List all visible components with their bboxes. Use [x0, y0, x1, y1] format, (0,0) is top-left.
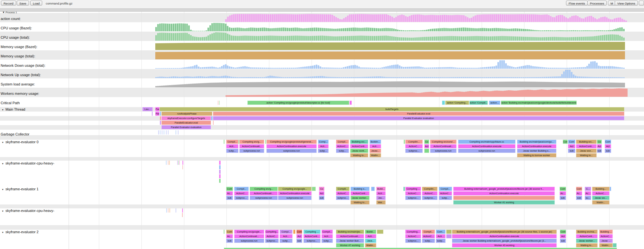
trace-slice[interactable]: Building src/main/jav... — [336, 230, 364, 234]
trace-slice[interactable]: Javac worker... — [351, 196, 370, 200]
trace-slice[interactable]: Compilin... — [405, 140, 423, 144]
trace-slice[interactable]: subprocess.run — [430, 149, 457, 153]
trace-slice[interactable]: Javac work... — [350, 149, 368, 153]
trace-slice[interactable]: Co — [424, 140, 429, 144]
trace-slice[interactable]: ActionContinuation.execute — [453, 191, 555, 195]
trace-slice[interactable] — [371, 187, 375, 191]
trace-slice[interactable]: ActionContinuati... — [430, 144, 457, 148]
trace-slice[interactable] — [377, 230, 383, 234]
trace-slice[interactable] — [160, 116, 161, 120]
trace-slice[interactable]: Waiting to... — [350, 153, 368, 157]
trace-slice[interactable]: Compiling src/google/protobuf/generat... — [266, 140, 317, 144]
trace-slice[interactable]: Javac worker... — [576, 239, 598, 243]
trace-slice[interactable]: Javac... — [370, 149, 381, 153]
trace-slice[interactable]: Compiling src/google... — [278, 187, 312, 191]
processes-button[interactable]: Processes — [587, 1, 607, 5]
trace-slice[interactable]: Ac... — [560, 191, 566, 195]
trace-slice[interactable] — [160, 121, 161, 125]
trace-slice[interactable]: subprocess.run — [278, 196, 312, 200]
trace-slice[interactable] — [182, 165, 183, 169]
trace-slice[interactable]: Build... — [376, 187, 386, 191]
trace-slice[interactable]: subproc... — [422, 196, 437, 200]
trace-slice[interactable] — [168, 130, 168, 134]
trace-slice[interactable] — [160, 112, 161, 116]
trace-slice[interactable]: Waitin... — [365, 243, 376, 247]
trace-slice[interactable]: Compiling src/g... — [239, 140, 264, 144]
trace-slice[interactable]: ActionContinuati... — [234, 234, 264, 238]
trace-slice[interactable]: subp... — [280, 239, 293, 243]
trace-slice[interactable]: ActionC... — [234, 191, 249, 195]
trace-slice[interactable]: action 'Compiling src/google/protobuf/de… — [247, 101, 349, 105]
trace-slice[interactable]: sub — [597, 149, 602, 153]
trace-slice[interactable]: Compiling src/google... — [234, 230, 264, 234]
trace-slice[interactable] — [219, 165, 221, 169]
trace-slice[interactable] — [312, 187, 316, 191]
trace-slice[interactable]: subp... — [318, 149, 329, 153]
trace-slice[interactable]: subp... — [439, 196, 452, 200]
trace-slice[interactable]: Javac worker Building s... — [517, 149, 556, 153]
trace-slice[interactable]: Compil... — [439, 187, 452, 191]
trace-slice[interactable]: ActionC... — [592, 191, 610, 195]
counter-chart-workers-memory-usage[interactable] — [0, 88, 644, 97]
trace-slice[interactable]: sub — [568, 149, 575, 153]
trace-slice[interactable]: ActionContinuation.execute — [458, 144, 515, 148]
trace-slice[interactable]: Com — [576, 187, 582, 191]
trace-slice[interactable] — [446, 230, 452, 234]
trace-slice[interactable]: Waitin... — [592, 200, 610, 204]
track-label-skyframe-evaluator-cpu-heavy-b[interactable]: ▼skyframe-evaluator-cpu-heavy- — [0, 209, 54, 213]
trace-slice[interactable]: subp... — [322, 239, 333, 243]
trace-slice[interactable]: Building src/ma... — [576, 230, 598, 234]
trace-slice[interactable]: ActionContinuati... — [239, 144, 264, 148]
trace-slice[interactable] — [424, 149, 429, 153]
trace-slice[interactable]: ActionConti... — [576, 144, 597, 148]
trace-slice[interactable]: Building ... — [599, 230, 613, 234]
trace-slice[interactable]: subproc... — [303, 239, 321, 243]
trace-slice[interactable] — [219, 161, 221, 165]
trace-slice[interactable]: Compilin... — [422, 187, 437, 191]
trace-slice[interactable]: Compil... — [322, 230, 333, 234]
trace-slice[interactable]: Waitin... — [370, 153, 381, 157]
trace-slice[interactable]: Com — [296, 230, 302, 234]
track-label-main-thread[interactable]: ▼Main Thread — [0, 107, 25, 111]
trace-slice[interactable]: Par — [155, 112, 159, 116]
trace-slice[interactable]: subproc... — [265, 239, 279, 243]
trace-slice[interactable]: Buildin... — [370, 140, 381, 144]
trace-slice[interactable]: Buildi... — [365, 230, 376, 234]
trace-slice[interactable] — [182, 161, 183, 165]
trace-slice[interactable]: Building src... — [576, 140, 597, 144]
trace-slice[interactable] — [182, 213, 183, 217]
trace-slice[interactable]: C... — [585, 187, 591, 191]
trace-slice[interactable]: Compili... — [336, 187, 350, 191]
trace-slice[interactable]: Acti... — [280, 234, 293, 238]
trace-slice[interactable]: ActionConti... — [351, 191, 370, 195]
trace-slice[interactable] — [293, 230, 295, 234]
trace-slice[interactable] — [219, 174, 221, 178]
track-label-skyframe-evaluator-2[interactable]: ▼skyframe-evaluator 2 — [0, 230, 39, 234]
trace-slice[interactable]: ActionContinuation.execute — [266, 144, 317, 148]
trace-slice[interactable] — [453, 196, 555, 200]
trace-slice[interactable]: sub — [296, 239, 302, 243]
trace-slice[interactable]: ActionContinuati... — [250, 191, 278, 195]
trace-slice[interactable] — [166, 161, 167, 165]
trace-slice[interactable]: Java... — [365, 239, 376, 243]
trace-slice[interactable]: Ac... — [226, 191, 233, 195]
trace-slice[interactable] — [152, 112, 153, 116]
trace-slice[interactable]: buildTargets — [159, 107, 624, 111]
trace-slice[interactable]: Acti... — [376, 191, 386, 195]
trace-slice[interactable]: Com — [563, 140, 568, 144]
trace-slice[interactable] — [219, 170, 221, 174]
trace-slice[interactable]: Com — [605, 140, 611, 144]
trace-slice[interactable]: ActionC... — [422, 191, 437, 195]
trace-slice[interactable] — [219, 101, 220, 105]
trace-slice[interactable]: ActionContinuation.execute — [517, 144, 556, 148]
trace-slice[interactable] — [446, 234, 452, 238]
trace-slice[interactable]: skyframeExecutor.configureTargets — [161, 116, 211, 120]
trace-slice[interactable]: ActionConti... — [350, 144, 368, 148]
trace-slice[interactable]: action 'Building src/main/java/com/googl… — [501, 101, 577, 105]
collapse-arrow-icon[interactable]: ▼ — [2, 109, 4, 111]
trace-slice[interactable] — [169, 161, 170, 165]
trace-slice[interactable]: Javac wor... — [576, 149, 597, 153]
counter-chart-action-count[interactable] — [0, 13, 644, 22]
trace-slice[interactable]: Act — [560, 234, 566, 238]
trace-slice[interactable]: subproc... — [336, 196, 350, 200]
